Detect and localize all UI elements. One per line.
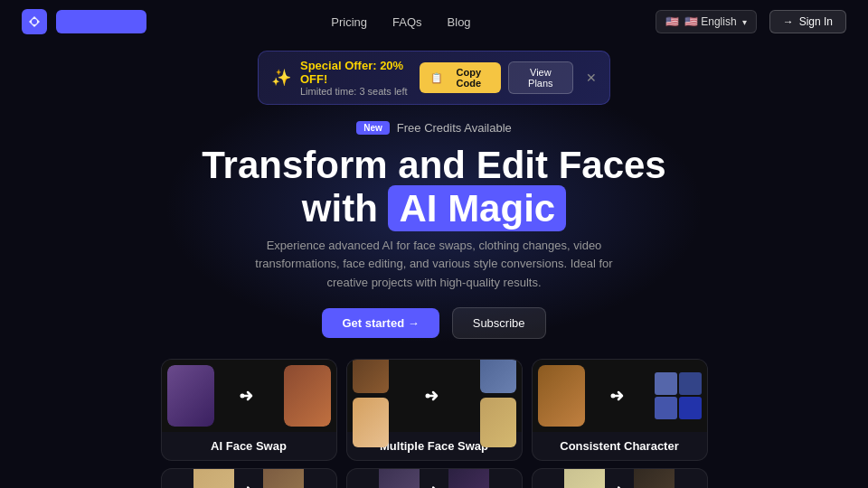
nav-left <box>22 9 146 34</box>
face-grid-4 <box>679 397 702 419</box>
bottom-cards-grid <box>0 461 868 488</box>
face-target <box>284 365 331 427</box>
arrow-icon-b1 <box>240 482 258 488</box>
swap-arrow-multiple-icon <box>424 386 444 406</box>
nav-center: Pricing FAQs Blog <box>331 15 470 29</box>
sign-in-button[interactable]: → Sign In <box>769 10 846 33</box>
language-selector[interactable]: 🇺🇸 🇺🇸 English ▾ <box>656 10 757 33</box>
subscribe-button[interactable]: Subscribe <box>452 307 546 339</box>
view-plans-label: View Plans <box>528 67 553 89</box>
face-grid-1 <box>655 372 677 395</box>
banner-title: Special Offer: 20% OFF! <box>300 59 420 86</box>
banner-subtitle: Limited time: 3 seats left <box>300 86 420 97</box>
card-ai-face-swap[interactable]: AI Face Swap <box>161 359 337 461</box>
banner-text: Special Offer: 20% OFF! Limited time: 3 … <box>300 59 420 97</box>
free-credits-text: Free Credits Available <box>397 121 512 135</box>
nav-blog[interactable]: Blog <box>448 15 471 29</box>
copy-icon: 📋 <box>430 72 443 84</box>
face-grid-2 <box>679 372 702 395</box>
card-multiple-face-swap[interactable]: Multiple Face Swap <box>346 359 523 461</box>
man-face-2 <box>448 468 489 488</box>
portrait-face-1 <box>193 468 234 488</box>
card-bottom-2-inner <box>347 469 522 488</box>
blond-face <box>564 468 605 488</box>
svg-point-1 <box>32 19 37 24</box>
logo-icon <box>22 9 47 34</box>
badge-row: New Free Credits Available <box>18 121 850 135</box>
face-cc-source <box>538 365 585 427</box>
hero-title-line1: Transform and Edit Faces <box>202 144 665 186</box>
swap-arrow-icon <box>239 386 259 406</box>
subscribe-label: Subscribe <box>473 316 525 330</box>
swap-arrow-cc-icon <box>609 386 629 406</box>
copy-code-label: Copy Code <box>448 67 490 89</box>
card-consistent-character-image <box>533 360 707 432</box>
card-bottom-3-inner <box>533 469 707 488</box>
logo-text-box <box>56 10 146 33</box>
view-plans-button[interactable]: View Plans <box>508 61 573 94</box>
svg-point-3 <box>426 393 430 398</box>
portrait-face-2 <box>263 468 304 488</box>
new-badge: New <box>356 121 390 135</box>
navbar: Pricing FAQs Blog 🇺🇸 🇺🇸 English ▾ → Sign… <box>0 0 868 43</box>
hero-buttons: Get started → Subscribe <box>18 307 850 339</box>
face-grid-3 <box>655 397 677 419</box>
dark-face <box>634 468 675 488</box>
banner-buttons: 📋 Copy Code View Plans ✕ <box>420 61 597 94</box>
arrow-icon-b2 <box>425 482 443 488</box>
card-multiple-face-swap-image <box>347 360 522 432</box>
arrow-icon-b3 <box>610 482 628 488</box>
nav-faqs[interactable]: FAQs <box>392 15 422 29</box>
svg-point-2 <box>241 393 245 398</box>
feature-cards-grid: AI Face Swap Mul <box>0 359 868 461</box>
svg-point-4 <box>611 393 616 398</box>
get-started-button[interactable]: Get started → <box>322 308 439 338</box>
star-icon: ✨ <box>271 68 291 88</box>
card-bottom-1-inner <box>162 469 336 488</box>
card-consistent-character[interactable]: Consistent Character <box>532 359 708 461</box>
card-ai-face-swap-label: AI Face Swap <box>162 432 336 460</box>
nav-pricing[interactable]: Pricing <box>331 15 367 29</box>
card-ai-face-swap-image <box>162 360 336 432</box>
banner-left: ✨ Special Offer: 20% OFF! Limited time: … <box>271 59 420 97</box>
hero-title: Transform and Edit Faces with AI Magic <box>18 144 850 231</box>
card-bottom-1[interactable] <box>161 468 337 488</box>
flag-icon: 🇺🇸 <box>665 15 679 28</box>
hero-section: New Free Credits Available Transform and… <box>0 112 868 339</box>
face-m2 <box>353 398 389 447</box>
face-m1 <box>353 359 389 394</box>
face-cc-grid <box>655 372 702 419</box>
get-started-label: Get started → <box>342 316 419 330</box>
face-m4 <box>480 398 516 447</box>
copy-code-button[interactable]: 📋 Copy Code <box>420 62 501 93</box>
special-offer-banner: ✨ Special Offer: 20% OFF! Limited time: … <box>258 51 610 105</box>
hero-title-with: with <box>302 187 378 230</box>
card-consistent-character-label: Consistent Character <box>533 432 707 460</box>
card-bottom-2[interactable] <box>346 468 523 488</box>
chevron-down-icon: ▾ <box>742 17 747 27</box>
face-m3 <box>480 359 516 394</box>
card-bottom-3[interactable] <box>532 468 708 488</box>
nav-right: 🇺🇸 🇺🇸 English ▾ → Sign In <box>656 10 846 33</box>
banner-close-button[interactable]: ✕ <box>586 70 597 85</box>
hero-subtitle: Experience advanced AI for face swaps, c… <box>235 237 633 293</box>
sign-in-icon: → <box>783 15 794 28</box>
language-label: 🇺🇸 English <box>684 15 737 28</box>
hero-title-highlight: AI Magic <box>388 185 566 231</box>
face-source <box>167 365 214 427</box>
sign-in-label: Sign In <box>799 15 833 28</box>
man-face-1 <box>379 468 420 488</box>
